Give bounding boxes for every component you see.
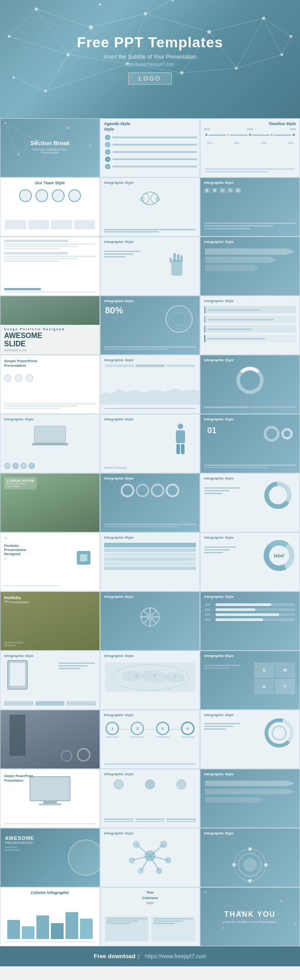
slide-infographic-32[interactable]: Infographic Style 1 2 3 4 [100, 710, 200, 769]
svg-point-45 [4, 122, 6, 124]
svg-point-111 [294, 923, 295, 924]
slide-infographic-21[interactable]: Infographic Style [200, 473, 300, 532]
slide-infographic-6[interactable]: Infographic Style A B C D E [200, 177, 300, 237]
svg-line-11 [236, 18, 264, 68]
infographic-26-label: Infographic Style [104, 595, 134, 599]
slide-agenda[interactable]: Agenda Style Style 1 2 3 4 5 [100, 118, 200, 177]
slide-infographic-26[interactable]: Infographic Style [100, 591, 200, 651]
svg-line-0 [36, 9, 91, 27]
svg-line-41 [36, 128, 68, 141]
slide-infographic-36[interactable]: Infographic Style [200, 769, 300, 828]
slide-two-col[interactable]: Two Columns Style [100, 887, 200, 946]
slide-infographic-20[interactable]: Infographic Style [100, 473, 200, 532]
svg-line-1 [91, 14, 145, 27]
slide-infographic-23[interactable]: Infographic Style [100, 532, 200, 591]
slide-infographic-38[interactable]: Infographic Style [100, 828, 200, 887]
slide-portfolio-dark[interactable]: Portfolio ❝❝ Presentation Simple Portfol… [0, 591, 100, 651]
slide-infographic-9[interactable]: Infographic Style [200, 237, 300, 296]
svg-line-3 [209, 18, 264, 32]
swot-label: Infographic Style [204, 654, 234, 658]
svg-point-110 [280, 900, 282, 902]
infographic-9-label: Infographic Style [204, 240, 234, 244]
svg-point-108 [204, 891, 206, 893]
infographic-tablet-label: Infographic Style [4, 654, 34, 658]
svg-line-4 [264, 18, 291, 36]
infographic-8-label: Infographic Style [104, 240, 134, 244]
slide-infographic-worldmap[interactable]: Infographic Style [100, 651, 200, 710]
infographic-38-label: Infographic Style [104, 831, 134, 835]
svg-point-102 [232, 863, 236, 867]
svg-point-98 [243, 858, 257, 872]
svg-point-91 [160, 841, 167, 848]
thank-you-text: THANK YOU [225, 910, 276, 919]
slide-col-infographic[interactable]: Column Infographic [0, 887, 100, 946]
slide-infographic-12[interactable]: Infographic Style [200, 296, 300, 355]
slide-infographic-39[interactable]: Infographic Style [200, 828, 300, 887]
slide-door-photo[interactable] [0, 710, 100, 769]
svg-rect-55 [171, 260, 182, 276]
svg-point-34 [280, 53, 283, 56]
svg-point-48 [90, 145, 91, 146]
slide-section-break[interactable]: Section Break Insert the Subtitle of You… [0, 118, 100, 177]
svg-point-28 [262, 17, 265, 20]
svg-line-105 [281, 901, 295, 924]
slide-infographic-35[interactable]: Infographic Style [100, 769, 200, 828]
slide-infographic-tablet[interactable]: Infographic Style [0, 651, 100, 710]
svg-line-75 [144, 611, 147, 614]
simple-ppt2-label: Simple PowerPointPresentation [4, 774, 33, 783]
svg-line-23 [236, 55, 282, 68]
infographic-16-label: Infographic Style [4, 417, 34, 421]
infographic-15-label: Infographic Style [204, 358, 234, 362]
slide-infographic-16[interactable]: Infographic Style [0, 414, 100, 473]
slide-infographic-18[interactable]: Infographic Style 01 [200, 414, 300, 473]
slide-list[interactable] [0, 237, 100, 296]
infographic-27-label: Infographic Style [204, 595, 234, 599]
infographic-21-label: Infographic Style [204, 476, 234, 480]
svg-point-78 [154, 674, 156, 676]
svg-line-106 [205, 892, 223, 928]
infographic-20-label: Infographic Style [104, 476, 134, 480]
slide-swot[interactable]: Infographic Style S W O T [200, 651, 300, 710]
svg-point-52 [151, 194, 158, 203]
infographic-12-label: Infographic Style [204, 299, 234, 303]
svg-point-82 [272, 726, 286, 740]
svg-point-27 [207, 30, 211, 34]
svg-point-24 [35, 8, 38, 11]
slide-infographic-17[interactable]: Infographic Style Portfolio Designed [100, 414, 200, 473]
svg-point-112 [222, 927, 224, 929]
slide-portfolio-quote[interactable]: " PortfolioPresentationDesigned " [0, 532, 100, 591]
slide-plant-photo[interactable]: LOREM IPSUM DOLOR SIT AMET TEXT HERE [0, 473, 100, 532]
slide-infographic-27[interactable]: Infographic Style 70% 50% 80% [200, 591, 300, 651]
slide-infographic-33[interactable]: Infographic Style [200, 710, 300, 769]
slide-infographic-14[interactable]: Infographic Style [100, 355, 200, 414]
svg-line-43 [5, 123, 19, 155]
hero-subtitle: Insert the Subtitle of Your Presentation [104, 54, 197, 60]
footer-link[interactable]: https://www.freeppt7.com [145, 953, 206, 960]
slide-timeline[interactable]: Timeline Style 2016 2018 2020 2017 2018 … [200, 118, 300, 177]
svg-line-18 [282, 36, 291, 55]
slide-portfolio-photo[interactable]: Usage Portfolio Designed AWESOMESLIDE AW… [0, 296, 100, 355]
svg-line-73 [153, 620, 156, 623]
slide-infographic-11[interactable]: Infographic Style 80% [100, 296, 200, 355]
slide-our-team[interactable]: Our Team Style [0, 177, 100, 237]
slide-simple-ppt2[interactable]: Simple PowerPointPresentation [0, 769, 100, 828]
slide-thank-you[interactable]: THANK YOU Insert the Subtitle of Your Pr… [200, 887, 300, 946]
svg-line-2 [145, 14, 209, 32]
svg-point-29 [290, 35, 292, 38]
simple-ppt-label: Simple PowerPointPresentation [4, 359, 37, 369]
svg-line-12 [264, 18, 282, 55]
slide-infographic-24[interactable]: Infographic Style label [200, 532, 300, 591]
svg-point-36 [172, 0, 174, 1]
slide-simple-ppt[interactable]: Simple PowerPointPresentation [0, 355, 100, 414]
svg-point-92 [129, 857, 135, 864]
col-infographic-label: Column Infographic [31, 890, 70, 895]
slide-awesome[interactable]: AWESOME PRESENTATION AwesomePresentation [0, 828, 100, 887]
awesome-label: AWESOME [5, 835, 34, 841]
slide-infographic-15[interactable]: Infographic Style [200, 355, 300, 414]
svg-point-30 [67, 53, 70, 56]
hero-link[interactable]: http://www.freeppt7.com [125, 62, 174, 67]
svg-line-74 [144, 620, 147, 623]
svg-point-90 [133, 841, 140, 848]
slide-infographic-5[interactable]: Infographic Style [100, 177, 200, 237]
slide-infographic-8[interactable]: Infographic Style [100, 237, 200, 296]
